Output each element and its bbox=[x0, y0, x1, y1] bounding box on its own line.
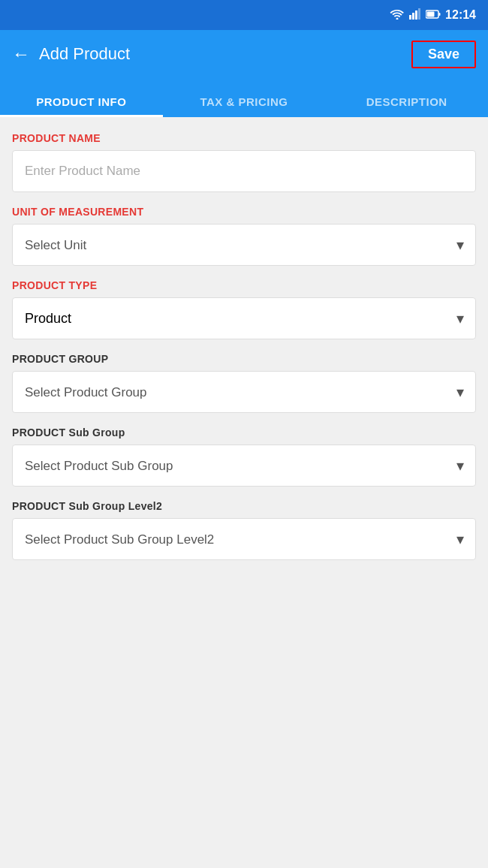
product-sub-group-level2-label: PRODUCT Sub Group Level2 bbox=[12, 500, 476, 512]
status-time: 12:14 bbox=[445, 8, 476, 22]
unit-select[interactable]: Select Unit bbox=[12, 224, 476, 266]
product-group-group: PRODUCT GROUP Select Product Group ▾ bbox=[12, 353, 476, 413]
status-icons: 12:14 bbox=[390, 8, 476, 23]
svg-rect-1 bbox=[412, 13, 414, 20]
svg-rect-6 bbox=[439, 13, 441, 16]
save-button[interactable]: Save bbox=[411, 41, 476, 68]
wifi-icon bbox=[390, 9, 405, 22]
product-group-select[interactable]: Select Product Group bbox=[12, 371, 476, 413]
product-name-input[interactable] bbox=[12, 150, 476, 192]
back-button[interactable]: ← bbox=[12, 44, 30, 65]
app-bar: ← Add Product Save bbox=[0, 30, 488, 78]
status-bar: 12:14 bbox=[0, 0, 488, 30]
product-name-label: PRODUCT NAME bbox=[12, 132, 476, 144]
unit-select-wrapper: Select Unit ▾ bbox=[12, 224, 476, 266]
battery-icon bbox=[426, 10, 441, 21]
product-sub-group-level2-select[interactable]: Select Product Sub Group Level2 bbox=[12, 518, 476, 560]
tab-product-info[interactable]: PRODUCT INFO bbox=[0, 85, 163, 117]
product-type-group: PRODUCT TYPE Product ▾ bbox=[12, 279, 476, 339]
product-sub-group-level2-group: PRODUCT Sub Group Level2 Select Product … bbox=[12, 500, 476, 560]
unit-of-measurement-label: UNIT OF MEASUREMENT bbox=[12, 206, 476, 218]
svg-rect-5 bbox=[427, 11, 435, 17]
svg-rect-2 bbox=[415, 11, 417, 20]
product-group-label: PRODUCT GROUP bbox=[12, 353, 476, 365]
signal-icon bbox=[409, 8, 421, 23]
svg-rect-3 bbox=[418, 8, 420, 20]
app-bar-title: Add Product bbox=[39, 44, 130, 64]
product-name-group: PRODUCT NAME bbox=[12, 132, 476, 192]
unit-of-measurement-group: UNIT OF MEASUREMENT Select Unit ▾ bbox=[12, 206, 476, 266]
product-type-select-wrapper: Product ▾ bbox=[12, 297, 476, 339]
tab-bar: PRODUCT INFO TAX & PRICING DESCRIPTION bbox=[0, 78, 488, 117]
product-sub-group-label: PRODUCT Sub Group bbox=[12, 426, 476, 439]
product-sub-group-level2-select-wrapper: Select Product Sub Group Level2 ▾ bbox=[12, 518, 476, 560]
svg-rect-0 bbox=[409, 15, 411, 20]
product-type-label: PRODUCT TYPE bbox=[12, 279, 476, 291]
product-group-select-wrapper: Select Product Group ▾ bbox=[12, 371, 476, 413]
product-sub-group-select[interactable]: Select Product Sub Group bbox=[12, 445, 476, 487]
tab-description[interactable]: DESCRIPTION bbox=[325, 85, 488, 117]
tab-tax-pricing[interactable]: TAX & PRICING bbox=[163, 85, 326, 117]
app-bar-left: ← Add Product bbox=[12, 44, 130, 65]
product-sub-group-select-wrapper: Select Product Sub Group ▾ bbox=[12, 445, 476, 487]
form-content: PRODUCT NAME UNIT OF MEASUREMENT Select … bbox=[0, 117, 488, 589]
product-sub-group-group: PRODUCT Sub Group Select Product Sub Gro… bbox=[12, 426, 476, 487]
product-type-select[interactable]: Product bbox=[12, 297, 476, 339]
